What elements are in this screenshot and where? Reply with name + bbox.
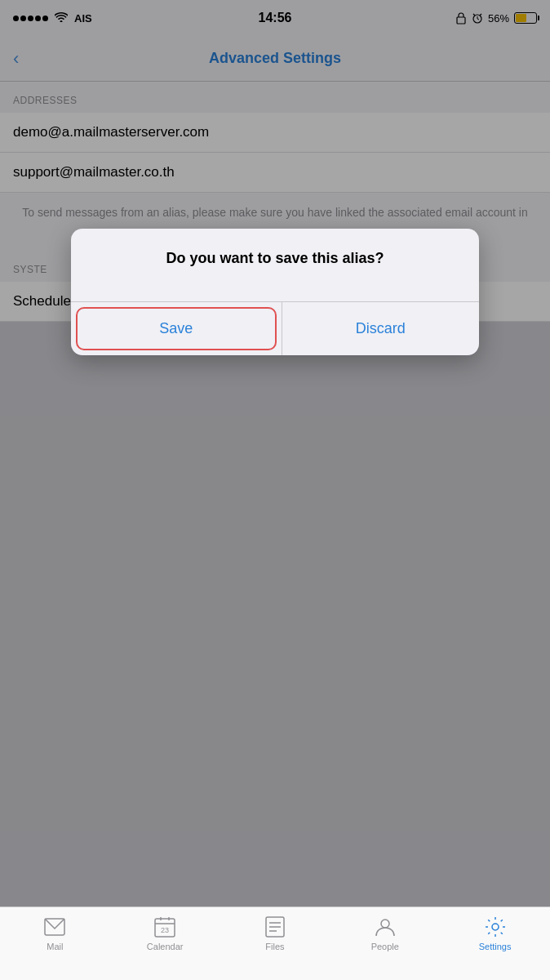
dialog-overlay: Do you want to save this alias? Save Dis… [0,0,550,980]
calendar-icon: 23 [153,915,176,938]
files-icon [264,915,286,938]
tab-files[interactable]: Files [242,915,308,951]
mail-icon [43,915,66,938]
people-icon [374,915,397,938]
save-alias-dialog: Do you want to save this alias? Save Dis… [71,229,479,355]
dialog-buttons: Save Discard [71,302,479,355]
tab-people-label: People [371,942,399,951]
svg-text:23: 23 [161,926,169,934]
save-button[interactable]: Save [76,307,277,350]
tab-calendar[interactable]: 23 Calendar [132,915,197,951]
tab-settings-label: Settings [479,942,512,951]
settings-icon [484,915,507,938]
tab-calendar-label: Calendar [147,942,184,951]
tab-mail-label: Mail [47,942,63,951]
dialog-title: Do you want to save this alias? [87,248,463,269]
tab-people[interactable]: People [353,915,418,951]
tab-bar: Mail 23 Calendar Files [0,906,550,980]
dialog-body: Do you want to save this alias? [71,229,479,285]
tab-files-label: Files [265,942,284,951]
discard-button[interactable]: Discard [282,302,480,355]
tab-settings[interactable]: Settings [463,915,528,951]
svg-point-12 [381,920,389,928]
svg-point-13 [492,924,499,930]
tab-mail[interactable]: Mail [22,915,87,951]
